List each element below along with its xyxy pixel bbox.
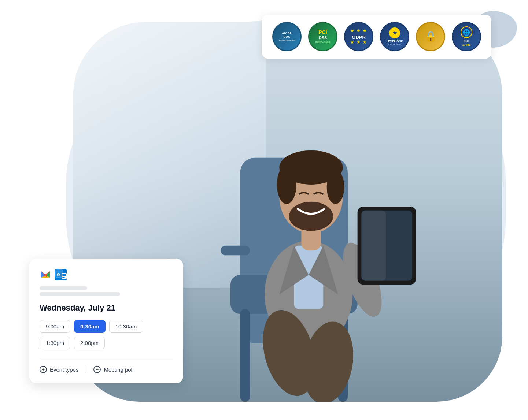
svg-text:M: M	[43, 273, 47, 278]
outlook-icon: O	[55, 269, 67, 280]
svg-rect-2	[240, 309, 250, 402]
svg-point-14	[277, 165, 296, 204]
loading-bar-1	[40, 286, 87, 290]
badge-pci-title: PCI	[318, 29, 327, 36]
badge-gdpr-stars: ★ ★ ★	[350, 29, 367, 33]
badge-aicpa-title: AICPA	[282, 31, 292, 35]
badge-pci-line3: COMPLIANCE	[315, 41, 330, 44]
badge-star-subtitle: LEVEL ONE	[388, 43, 401, 46]
widget-actions: + Event types + Meeting poll	[40, 366, 173, 373]
meeting-poll-plus-icon: +	[93, 366, 101, 373]
badge-gdpr-title: GDPR	[352, 34, 366, 40]
svg-rect-31	[62, 277, 65, 278]
time-slot-900am[interactable]: 9:00am	[40, 320, 70, 333]
page-wrapper: AICPA SOC aicpa.org/soc4so PCI DSS COMPL…	[0, 0, 528, 420]
calendar-date: Wednesday, July 21	[40, 303, 173, 313]
loading-bar-2	[40, 292, 120, 296]
meeting-poll-label: Meeting poll	[104, 367, 133, 373]
badge-pci-subtitle: DSS	[319, 36, 327, 40]
time-slot-200pm[interactable]: 2:00pm	[74, 337, 105, 349]
badge-iso-globe: 🌐	[461, 26, 472, 38]
badge-aicpa: AICPA SOC aicpa.org/soc4so	[272, 22, 302, 51]
svg-point-16	[289, 201, 333, 231]
svg-rect-30	[62, 275, 66, 276]
badge-star: ★ LEVEL ONE LEVEL ONE	[380, 22, 409, 51]
badge-pci: PCI DSS COMPLIANCE	[308, 22, 337, 51]
badge-gdpr: ★ ★ ★ GDPR ★ ★ ★	[344, 22, 373, 51]
badge-gdpr-stars-bottom: ★ ★ ★	[350, 40, 367, 45]
svg-rect-4	[221, 245, 250, 255]
gmail-icon: M	[40, 269, 51, 280]
widget-divider	[40, 358, 173, 358]
badge-star-icon: ★	[389, 27, 400, 38]
badge-iso-title: ISO	[464, 39, 469, 43]
badges-panel: AICPA SOC aicpa.org/soc4so PCI DSS COMPL…	[262, 15, 491, 59]
loading-bars	[40, 286, 173, 296]
calendar-widget: M O Wednesday	[29, 259, 183, 383]
badge-aicpa-url: aicpa.org/soc4so	[279, 39, 295, 42]
person-illustration	[183, 60, 483, 402]
event-types-label: Event types	[50, 367, 78, 373]
svg-text:O: O	[57, 272, 60, 277]
svg-rect-21	[361, 210, 386, 280]
svg-point-15	[326, 170, 344, 204]
time-slot-130pm[interactable]: 1:30pm	[40, 337, 70, 349]
time-slots-container[interactable]: 9:00am 9:30am 10:30am 1:30pm 2:00pm	[40, 320, 173, 349]
badge-iso-number: 27001	[462, 43, 470, 47]
event-types-plus-icon: +	[40, 366, 47, 373]
meeting-poll-action[interactable]: + Meeting poll	[86, 366, 133, 373]
time-slot-930am[interactable]: 9:30am	[74, 320, 106, 333]
event-types-action[interactable]: + Event types	[40, 366, 86, 373]
badge-aicpa-subtitle: SOC	[284, 35, 291, 39]
widget-header: M O	[40, 269, 173, 280]
svg-rect-29	[62, 274, 66, 275]
badge-star-title: LEVEL ONE	[386, 40, 403, 43]
time-slot-1030am[interactable]: 10:30am	[109, 320, 143, 333]
badge-iso: 🌐 ISO 27001	[452, 22, 481, 51]
badge-trusted-lock: 🔒	[424, 31, 437, 42]
badge-trusted: 🔒	[416, 22, 445, 51]
